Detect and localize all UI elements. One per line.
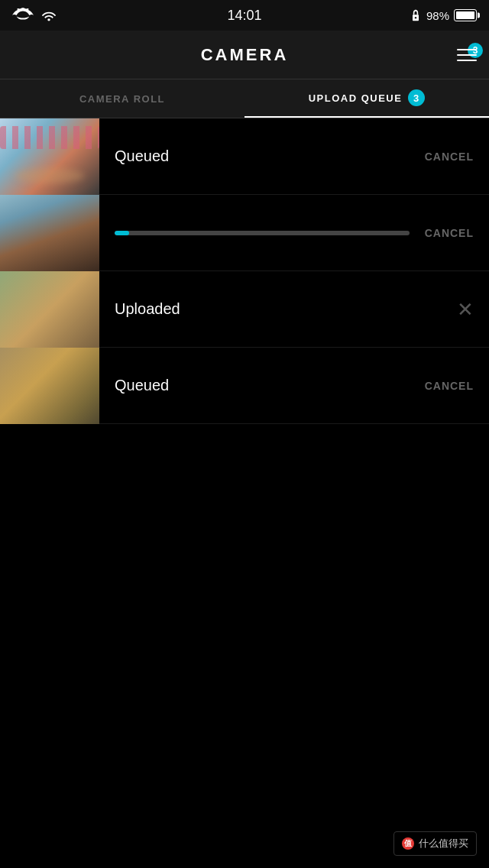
thumbnail-4 bbox=[0, 348, 99, 424]
thumbnail-1 bbox=[0, 118, 99, 195]
tab-upload-queue[interactable]: UPLOAD QUEUE 3 bbox=[244, 79, 489, 118]
status-left bbox=[12, 8, 57, 23]
progress-fill-2 bbox=[115, 231, 129, 235]
app-title: CAMERA bbox=[201, 45, 289, 65]
battery-percent: 98% bbox=[426, 9, 449, 22]
upload-item-1: Queued CANCEL bbox=[0, 118, 489, 195]
cancel-button-4[interactable]: CANCEL bbox=[425, 380, 474, 392]
upload-queue-badge: 3 bbox=[408, 89, 425, 106]
tab-bar: CAMERA ROLL UPLOAD QUEUE 3 bbox=[0, 79, 489, 118]
upload-item-3: Uploaded ✕ bbox=[0, 271, 489, 348]
item-1-info: Queued bbox=[99, 147, 425, 165]
thumbnail-3 bbox=[0, 271, 99, 348]
camera-roll-label: CAMERA ROLL bbox=[79, 93, 165, 105]
cancel-button-1[interactable]: CANCEL bbox=[425, 151, 474, 163]
watermark-dot: 值 bbox=[402, 837, 414, 850]
thumbnail-2 bbox=[0, 195, 99, 271]
battery-indicator bbox=[454, 9, 477, 21]
status-time: 14:01 bbox=[227, 8, 261, 24]
watermark: 值 什么值得买 bbox=[393, 831, 477, 856]
cancel-button-2[interactable]: CANCEL bbox=[425, 227, 474, 239]
item-3-status: Uploaded bbox=[115, 300, 180, 317]
lock-icon bbox=[410, 9, 422, 21]
item-4-info: Queued bbox=[99, 377, 425, 394]
upload-item-2: CANCEL bbox=[0, 195, 489, 271]
wifi-icon bbox=[41, 9, 57, 21]
upload-item-4: Queued CANCEL bbox=[0, 348, 489, 424]
svg-point-1 bbox=[415, 17, 416, 18]
batman-icon bbox=[12, 8, 34, 23]
menu-button[interactable]: 3 bbox=[457, 49, 477, 61]
app-header: CAMERA 3 bbox=[0, 31, 489, 79]
item-3-info: Uploaded bbox=[99, 300, 457, 318]
dismiss-button-3[interactable]: ✕ bbox=[457, 300, 474, 319]
tab-camera-roll[interactable]: CAMERA ROLL bbox=[0, 79, 244, 118]
progress-bar-2 bbox=[115, 231, 410, 235]
item-4-status: Queued bbox=[115, 377, 169, 394]
item-2-info bbox=[99, 231, 425, 235]
upload-list: Queued CANCEL CANCEL Uploaded ✕ Queued C… bbox=[0, 118, 489, 424]
watermark-label: 什么值得买 bbox=[419, 837, 468, 850]
status-right: 98% bbox=[410, 9, 477, 22]
status-bar: 14:01 98% bbox=[0, 0, 489, 31]
item-1-status: Queued bbox=[115, 147, 169, 164]
hamburger-icon bbox=[457, 49, 477, 61]
upload-queue-label: UPLOAD QUEUE bbox=[309, 92, 403, 104]
